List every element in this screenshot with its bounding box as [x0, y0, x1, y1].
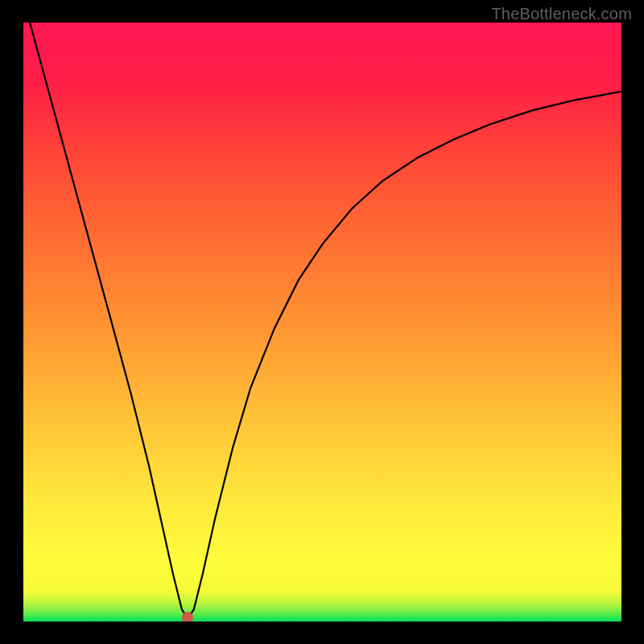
- minimum-marker-dot: [182, 612, 193, 621]
- watermark-text: TheBottleneck.com: [491, 5, 632, 23]
- plot-area: [23, 23, 621, 621]
- bottleneck-curve: [23, 23, 621, 618]
- chart-frame: TheBottleneck.com: [0, 0, 644, 644]
- curve-svg: [23, 23, 621, 621]
